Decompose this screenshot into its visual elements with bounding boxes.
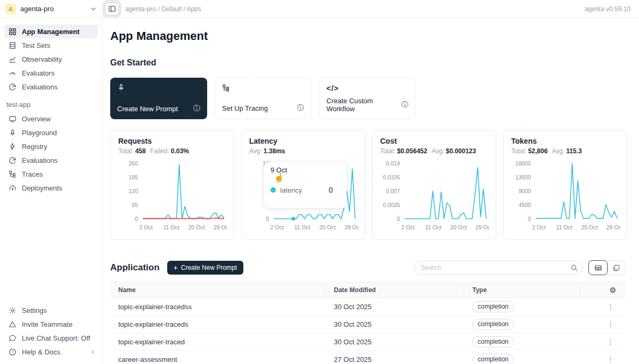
breadcrumb[interactable]: agenta-pro / Default / Apps — [125, 5, 585, 13]
app-name[interactable]: topic-explainer-tracedss — [110, 303, 326, 311]
type-badge: completion — [472, 354, 514, 364]
sidebar-item-registry[interactable]: Registry — [4, 139, 98, 153]
sidebar: App Management Test Sets Observability E… — [0, 18, 103, 364]
chart-title: Tokens — [511, 137, 619, 145]
sidebar-item-deployments[interactable]: Deployments — [4, 181, 98, 195]
table-settings-gear-icon[interactable]: ⚙ — [609, 286, 616, 294]
sidebar-item-playground[interactable]: Playground — [4, 126, 98, 139]
svg-text:11 Oct: 11 Oct — [294, 224, 310, 230]
application-header: Application + Create New Prompt — [110, 260, 626, 275]
stat-value: 458 — [135, 147, 146, 155]
search-icon[interactable] — [570, 264, 578, 272]
stat-label: Total: — [118, 147, 134, 155]
stat-value: 1.38ms — [264, 147, 285, 155]
stat-value: 0.03% — [171, 147, 189, 155]
requests-chart-card: Requests Total:458Failed:0.03% 065130195… — [110, 130, 234, 240]
svg-text:2 Oct: 2 Oct — [532, 224, 545, 230]
sidebar-item-app-evaluations[interactable]: Evaluations — [4, 153, 98, 167]
get-started-cards: Create New Prompt ⓘ Set Up Tracing ⓘ </>… — [110, 78, 639, 119]
row-actions-kebab-icon[interactable]: ⋮ — [580, 338, 626, 346]
search-input[interactable] — [421, 264, 570, 271]
sidebar-item-help-docs[interactable]: ? Help & Docs › — [4, 345, 98, 359]
info-icon[interactable]: ⓘ — [297, 103, 304, 113]
svg-text:20 Oct: 20 Oct — [188, 224, 204, 230]
sidebar-item-settings[interactable]: Settings — [4, 303, 98, 317]
stat-value: $0.000123 — [446, 147, 476, 155]
metrics-charts-row: Requests Total:458Failed:0.03% 065130195… — [110, 130, 639, 240]
column-header-name[interactable]: Name — [110, 283, 326, 297]
sidebar-item-label: App Management — [22, 28, 79, 36]
svg-text:65: 65 — [132, 202, 138, 208]
stat-label: Total: — [380, 147, 396, 155]
sidebar-collapse-button[interactable] — [105, 3, 119, 15]
table-view-button[interactable] — [588, 260, 608, 275]
cost-chart-canvas: 00.00350.0070.01050.0142 Oct11 Oct20 Oct… — [380, 157, 489, 237]
svg-text:29 Oct: 29 Oct — [345, 224, 358, 230]
sidebar-item-label: Evaluators — [22, 69, 54, 77]
card-label: Create Custom Workflow — [326, 97, 402, 113]
app-name[interactable]: topic-explainer-traced — [110, 338, 326, 346]
grid-icon — [9, 28, 17, 36]
sidebar-item-evaluators[interactable]: Evaluators — [4, 66, 98, 80]
sidebar-item-observability[interactable]: Observability — [4, 52, 98, 66]
page-title: App Management — [110, 29, 639, 43]
sidebar-item-overview[interactable]: Overview — [4, 112, 98, 126]
sidebar-item-test-sets[interactable]: Test Sets — [4, 38, 98, 52]
sidebar-item-label: Registry — [22, 143, 47, 151]
svg-text:0.014: 0.014 — [386, 160, 400, 167]
chart-title: Latency — [249, 137, 357, 145]
search-box — [414, 261, 583, 275]
svg-text:260: 260 — [128, 160, 138, 167]
sidebar-item-live-chat-support[interactable]: Live Chat Support: Off — [4, 331, 98, 345]
table-row[interactable]: topic-explainer-traced 30 Oct 2025 compl… — [110, 333, 626, 351]
column-header-date-modified[interactable]: Date Modified — [326, 283, 464, 297]
app-name[interactable]: topic-explainer-traceds — [110, 320, 326, 328]
stat-label: Avg: — [249, 147, 262, 155]
svg-text:2 Oct: 2 Oct — [401, 224, 414, 230]
app-date-modified: 30 Oct 2025 — [326, 303, 464, 311]
info-icon[interactable]: ⓘ — [402, 100, 408, 110]
application-heading: Application — [110, 262, 160, 273]
svg-text:29 Oct: 29 Oct — [476, 224, 489, 230]
lightning-icon — [9, 143, 17, 151]
main-content: App Management Get Started Create New Pr… — [103, 18, 639, 364]
create-custom-workflow-card[interactable]: </> Create Custom Workflow ⓘ — [319, 78, 416, 119]
legend-dot — [271, 187, 276, 193]
workspace-switcher[interactable]: A agenta-pro — [0, 4, 103, 14]
rocket-icon — [117, 84, 125, 92]
app-name[interactable]: career-assessment — [110, 355, 326, 363]
chart-line-icon — [9, 55, 17, 63]
card-label: Create New Prompt — [117, 105, 178, 113]
card-label: Set Up Tracing — [222, 104, 268, 112]
table-row[interactable]: topic-explainer-traceds 30 Oct 2025 comp… — [110, 316, 626, 333]
sidebar-item-evaluations[interactable]: Evaluations — [4, 80, 98, 94]
table-row[interactable]: topic-explainer-tracedss 30 Oct 2025 com… — [110, 298, 626, 316]
svg-text:11 Oct: 11 Oct — [425, 224, 441, 230]
create-new-prompt-card[interactable]: Create New Prompt ⓘ — [110, 78, 207, 119]
sidebar-item-traces[interactable]: Traces — [4, 167, 98, 181]
row-actions-kebab-icon[interactable]: ⋮ — [580, 303, 626, 311]
create-new-prompt-button[interactable]: + Create New Prompt — [167, 261, 244, 275]
gear-icon — [9, 307, 17, 315]
info-icon[interactable]: ⓘ — [193, 104, 200, 113]
sidebar-item-invite-teammate[interactable]: Invite Teammate — [4, 317, 98, 331]
test-sets-icon — [9, 42, 17, 49]
sidebar-item-label: Evaluations — [22, 156, 58, 164]
column-header-type[interactable]: Type — [464, 283, 580, 297]
rocket-icon — [9, 129, 17, 137]
row-actions-kebab-icon[interactable]: ⋮ — [580, 355, 626, 363]
speedometer-icon — [9, 156, 17, 164]
chart-stats: Total:$0.056452Avg:$0.000123 — [380, 147, 488, 155]
table-row[interactable]: career-assessment 27 Oct 2025 completion… — [110, 351, 626, 364]
sidebar-item-label: Deployments — [22, 184, 62, 192]
sidebar-item-app-management[interactable]: App Management — [4, 24, 98, 38]
chat-bubble-icon — [9, 334, 17, 342]
row-actions-kebab-icon[interactable]: ⋮ — [580, 320, 626, 328]
sidebar-item-label: Playground — [22, 129, 57, 137]
svg-text:0.0035: 0.0035 — [383, 202, 400, 208]
set-up-tracing-card[interactable]: Set Up Tracing ⓘ — [215, 78, 312, 119]
card-view-button[interactable] — [607, 261, 625, 275]
stat-label: Avg: — [431, 147, 444, 155]
requests-chart-canvas: 0651301952602 Oct11 Oct20 Oct29 Oct — [118, 157, 227, 237]
help-circle-icon: ? — [9, 348, 17, 356]
